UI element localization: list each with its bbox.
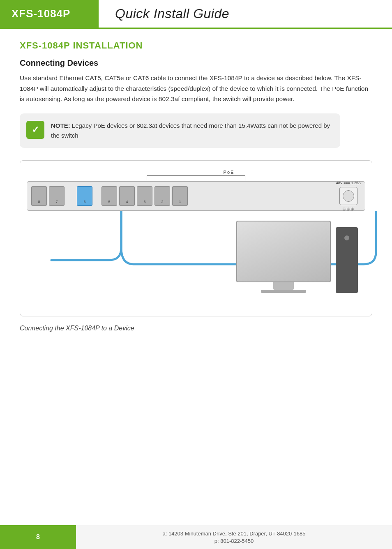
power-port-inner: [343, 190, 354, 202]
subsection-title: Connecting Devices: [20, 58, 372, 68]
port-1: 1: [172, 186, 188, 206]
tower-button: [344, 235, 349, 240]
footer: 8 a: 14203 Minuteman Drive, Ste 201, Dra…: [0, 525, 392, 549]
footer-address: a: 14203 Minuteman Drive, Ste 201, Drape…: [162, 531, 305, 537]
header-guide-block: Quick Install Guide: [99, 0, 392, 28]
monitor-stand: [273, 282, 294, 290]
footer-phone: p: 801-822-5450: [214, 538, 254, 544]
diagram-caption: Connecting the XFS-1084P to a Device: [20, 325, 372, 332]
power-label: 48V === 1.25A: [336, 181, 361, 185]
diagram-area: PoE 8 7 6: [20, 160, 372, 316]
footer-page-block: 8: [0, 525, 76, 549]
note-label: NOTE:: [51, 122, 70, 129]
port-4: 4: [119, 186, 135, 206]
poe-label: PoE: [180, 170, 278, 175]
note-box: ✓ NOTE: Legacy PoE devices or 802.3at de…: [20, 113, 340, 148]
checkmark-icon: ✓: [26, 121, 44, 139]
port-2: 2: [154, 186, 170, 206]
switch-body: 8 7 6 5: [27, 181, 365, 211]
port-8: 8: [31, 186, 47, 206]
monitor-screen: [236, 221, 331, 282]
monitor-base: [261, 290, 306, 293]
note-text: NOTE: Legacy PoE devices or 802.3at devi…: [51, 121, 331, 141]
device-group: [236, 221, 358, 293]
section-title: XFS-1084P INSTALLATION: [20, 40, 372, 51]
port-group-left: 8 7: [31, 186, 65, 206]
power-port: [339, 187, 357, 205]
port-5: 5: [101, 186, 117, 206]
footer-info-block: a: 14203 Minuteman Drive, Ste 201, Drape…: [76, 525, 392, 549]
power-section: 48V === 1.25A ⊖⊕⊕: [336, 181, 361, 211]
monitor: [236, 221, 331, 293]
port-3: 3: [137, 186, 152, 206]
page-number: 8: [36, 533, 40, 541]
port-7: 7: [49, 186, 65, 206]
main-content: XFS-1084P INSTALLATION Connecting Device…: [0, 29, 392, 332]
guide-title: Quick Install Guide: [115, 6, 229, 21]
model-title: XFS-1084P: [12, 7, 70, 20]
port-connected: 6: [77, 186, 92, 206]
cable-illustration: [27, 211, 365, 293]
header: XFS-1084P Quick Install Guide: [0, 0, 392, 29]
header-model-block: XFS-1084P: [0, 0, 99, 28]
port-group-poe: 5 4 3 2 1: [101, 186, 188, 206]
note-body: Legacy PoE devices or 802.3at devices th…: [51, 122, 330, 139]
tower-pc: [336, 227, 358, 293]
body-text: Use standard Ethernet CAT5, CAT5e or CAT…: [20, 73, 372, 104]
